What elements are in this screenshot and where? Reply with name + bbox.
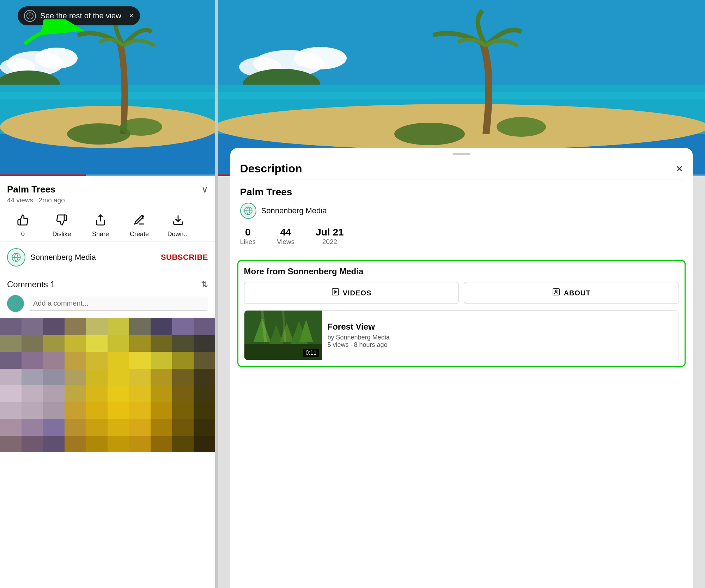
toast-close-button[interactable]: × bbox=[129, 11, 134, 20]
person-icon bbox=[552, 288, 560, 298]
comments-section: Comments 1 ⇅ bbox=[0, 273, 215, 318]
stat-likes-label: Likes bbox=[240, 238, 256, 246]
stat-date-value: Jul 21 bbox=[316, 227, 344, 238]
color-cell bbox=[194, 436, 215, 453]
color-cell bbox=[129, 352, 151, 369]
color-cell bbox=[22, 402, 43, 419]
subscribe-button[interactable]: SUBSCRIBE bbox=[161, 253, 208, 262]
modal-close-button[interactable]: × bbox=[676, 162, 683, 176]
color-cell bbox=[172, 369, 194, 386]
dislike-button[interactable]: Dislike bbox=[42, 214, 81, 238]
color-cell bbox=[86, 436, 108, 453]
stat-likes: 0 Likes bbox=[240, 227, 256, 246]
color-cell bbox=[0, 385, 22, 402]
videos-button[interactable]: VIDEOS bbox=[244, 282, 459, 304]
color-cell bbox=[108, 402, 129, 419]
sort-icon[interactable]: ⇅ bbox=[201, 280, 208, 289]
stat-likes-value: 0 bbox=[245, 227, 251, 238]
video-thumb: 0:11 bbox=[244, 311, 322, 360]
color-cell bbox=[43, 419, 65, 436]
svg-point-25 bbox=[218, 104, 705, 150]
color-cell bbox=[86, 369, 108, 386]
color-cell bbox=[129, 385, 151, 402]
color-cell bbox=[43, 352, 65, 369]
color-cell bbox=[43, 436, 65, 453]
progress-bar-left bbox=[0, 174, 215, 176]
video-card-title: Forest View bbox=[328, 322, 390, 332]
download-icon bbox=[172, 214, 184, 229]
like-icon bbox=[17, 214, 29, 229]
color-cell bbox=[86, 335, 108, 352]
panel-divider bbox=[215, 0, 218, 588]
color-cell bbox=[129, 369, 151, 386]
video-card-meta: 5 views · 8 hours ago bbox=[328, 341, 390, 349]
stat-views-label: Views bbox=[277, 238, 294, 246]
color-cell bbox=[151, 436, 172, 453]
color-cell bbox=[65, 419, 86, 436]
color-cell bbox=[0, 352, 22, 369]
color-cell bbox=[172, 318, 194, 335]
color-cell bbox=[129, 402, 151, 419]
about-button[interactable]: ABOUT bbox=[464, 282, 679, 304]
play-icon bbox=[332, 288, 339, 298]
channel-avatar[interactable] bbox=[7, 248, 25, 267]
video-card-channel: by Sonnenberg Media bbox=[328, 334, 390, 341]
video-title: Palm Trees bbox=[7, 184, 55, 195]
color-cell bbox=[43, 369, 65, 386]
svg-point-14 bbox=[142, 216, 144, 217]
desc-video-title: Palm Trees bbox=[240, 186, 683, 198]
stat-views-value: 44 bbox=[280, 227, 291, 238]
color-cell bbox=[108, 352, 129, 369]
stats-row: 0 Likes 44 Views Jul 21 2022 bbox=[240, 227, 683, 246]
color-cell bbox=[65, 385, 86, 402]
description-modal: Description × Palm Trees Sonnenberg Medi… bbox=[230, 148, 693, 588]
stat-date: Jul 21 2022 bbox=[316, 227, 344, 246]
color-cell bbox=[0, 419, 22, 436]
download-button[interactable]: Down... bbox=[159, 214, 197, 238]
color-cell bbox=[65, 352, 86, 369]
svg-line-13 bbox=[142, 218, 144, 219]
channel-buttons-row: VIDEOS ABOUT bbox=[244, 282, 679, 304]
comment-input[interactable] bbox=[29, 296, 208, 311]
svg-point-2 bbox=[35, 48, 78, 69]
color-cell bbox=[65, 335, 86, 352]
color-cell bbox=[86, 402, 108, 419]
color-cell bbox=[65, 436, 86, 453]
color-cell bbox=[22, 352, 43, 369]
color-cell bbox=[172, 385, 194, 402]
color-cell bbox=[86, 352, 108, 369]
color-cell bbox=[172, 335, 194, 352]
left-panel: See the rest of the view × Palm Trees ∨ … bbox=[0, 0, 215, 588]
user-avatar bbox=[7, 295, 24, 312]
svg-point-26 bbox=[394, 123, 465, 145]
color-cell bbox=[172, 436, 194, 453]
color-cell bbox=[194, 335, 215, 352]
download-label: Down... bbox=[167, 231, 189, 238]
color-cell bbox=[0, 402, 22, 419]
desc-channel-avatar[interactable] bbox=[240, 203, 256, 219]
like-count: 0 bbox=[21, 231, 25, 238]
color-cell bbox=[129, 318, 151, 335]
expand-icon[interactable]: ∨ bbox=[201, 184, 208, 195]
more-from-section: More from Sonnenberg Media VIDEOS bbox=[237, 260, 686, 367]
more-from-title: More from Sonnenberg Media bbox=[244, 267, 679, 276]
color-cell bbox=[151, 402, 172, 419]
create-icon bbox=[133, 214, 145, 229]
like-button[interactable]: 0 bbox=[4, 214, 42, 238]
color-cell bbox=[151, 385, 172, 402]
create-button[interactable]: Create bbox=[120, 214, 159, 238]
stat-date-label: 2022 bbox=[322, 238, 337, 246]
color-cell bbox=[86, 318, 108, 335]
svg-rect-6 bbox=[0, 92, 215, 99]
about-label: ABOUT bbox=[564, 289, 590, 297]
share-button[interactable]: Share bbox=[81, 214, 120, 238]
color-cell bbox=[194, 385, 215, 402]
color-cell bbox=[194, 318, 215, 335]
color-cell bbox=[108, 318, 129, 335]
color-cell bbox=[0, 335, 22, 352]
color-cell bbox=[0, 436, 22, 453]
color-cell bbox=[22, 369, 43, 386]
color-cell bbox=[108, 385, 129, 402]
green-arrow-icon bbox=[21, 19, 92, 48]
related-video-card[interactable]: 0:11 Forest View by Sonnenberg Media 5 v… bbox=[244, 310, 679, 360]
